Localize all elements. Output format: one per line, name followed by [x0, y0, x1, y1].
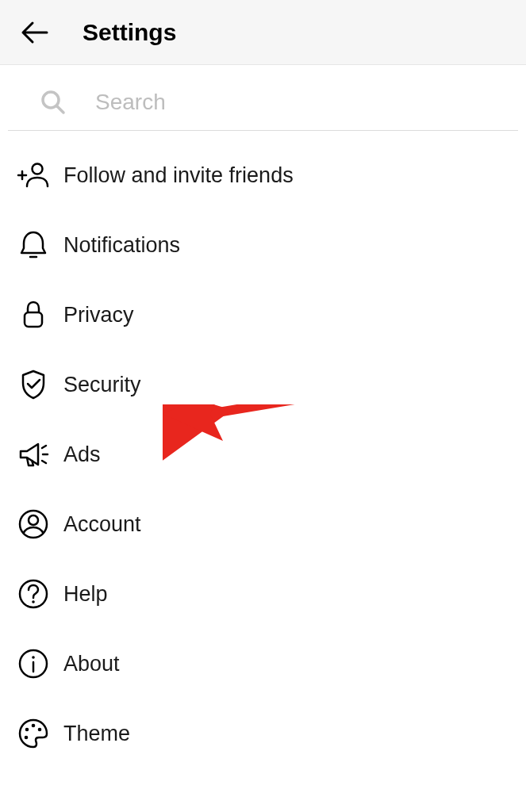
- svg-point-4: [29, 515, 38, 525]
- svg-point-8: [32, 656, 35, 659]
- svg-point-11: [38, 728, 42, 732]
- header: Settings: [0, 0, 526, 65]
- menu-item-help[interactable]: Help: [0, 559, 526, 629]
- back-arrow-icon: [18, 17, 50, 48]
- info-circle-icon: [16, 646, 51, 681]
- settings-menu: Follow and invite friends Notifications …: [0, 131, 526, 768]
- question-circle-icon: [16, 576, 51, 611]
- shield-check-icon: [16, 367, 51, 402]
- page-title: Settings: [83, 19, 176, 46]
- menu-item-theme[interactable]: Theme: [0, 699, 526, 768]
- menu-item-ads[interactable]: Ads: [0, 419, 526, 489]
- back-button[interactable]: [16, 14, 52, 51]
- menu-item-label: Follow and invite friends: [63, 163, 294, 188]
- menu-item-label: Help: [63, 582, 108, 607]
- menu-item-privacy[interactable]: Privacy: [0, 280, 526, 350]
- bell-icon: [16, 228, 51, 262]
- menu-item-label: About: [63, 652, 120, 676]
- person-circle-icon: [16, 507, 51, 542]
- menu-item-security[interactable]: Security: [0, 350, 526, 419]
- megaphone-icon: [16, 437, 51, 472]
- palette-icon: [16, 716, 51, 751]
- svg-point-12: [25, 736, 29, 740]
- search-icon: [40, 89, 67, 116]
- menu-item-label: Theme: [63, 722, 130, 746]
- svg-point-10: [32, 724, 36, 728]
- menu-item-label: Account: [63, 512, 141, 537]
- menu-item-label: Notifications: [63, 233, 180, 258]
- menu-item-about[interactable]: About: [0, 629, 526, 699]
- svg-rect-2: [25, 312, 42, 327]
- search-container[interactable]: [8, 65, 518, 131]
- menu-item-label: Ads: [63, 442, 101, 467]
- menu-item-account[interactable]: Account: [0, 489, 526, 559]
- svg-point-9: [25, 728, 29, 732]
- svg-point-1: [33, 164, 43, 174]
- menu-item-follow-invite[interactable]: Follow and invite friends: [0, 140, 526, 210]
- svg-point-6: [32, 600, 35, 603]
- add-person-icon: [16, 158, 51, 193]
- lock-icon: [16, 297, 51, 332]
- menu-item-notifications[interactable]: Notifications: [0, 210, 526, 280]
- search-input[interactable]: [95, 90, 502, 115]
- menu-item-label: Privacy: [63, 303, 134, 327]
- menu-item-label: Security: [63, 373, 141, 397]
